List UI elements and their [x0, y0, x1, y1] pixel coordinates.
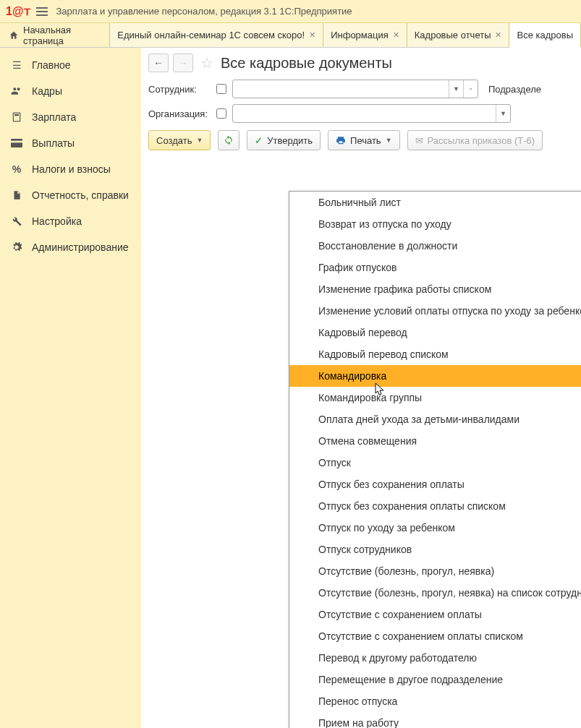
svg-rect-1 [14, 114, 19, 116]
dropdown-item[interactable]: Отсутствие (болезнь, прогул, неявка) [289, 560, 581, 582]
chevron-down-icon[interactable]: ▼ [496, 105, 510, 122]
chevron-down-icon: ▼ [196, 137, 203, 144]
sidebar-item-taxes[interactable]: %Налоги и взносы [0, 156, 141, 182]
tab-reports[interactable]: Кадровые отчеты✕ [407, 23, 510, 47]
close-icon[interactable]: ✕ [309, 30, 315, 40]
favorite-icon[interactable]: ☆ [200, 54, 213, 72]
dropdown-item[interactable]: Отпуск [289, 452, 581, 474]
tab-home-label: Начальная страница [23, 25, 101, 46]
create-button[interactable]: Создать▼ [148, 130, 211, 150]
svg-rect-2 [11, 139, 22, 147]
sidebar: ☰Главное Кадры Зарплата Выплаты %Налоги … [0, 48, 141, 728]
sidebar-item-personnel[interactable]: Кадры [0, 78, 141, 104]
employee-input[interactable] [233, 84, 449, 95]
dropdown-item[interactable]: График отпусков [289, 257, 581, 278]
percent-icon: % [10, 163, 23, 176]
open-dialog-icon[interactable]: ▫ [463, 80, 478, 98]
app-title: Зарплата и управление персоналом, редакц… [56, 6, 352, 17]
people-icon [10, 85, 23, 98]
tab-home[interactable]: Начальная страница [0, 23, 110, 47]
dept-label: Подразделе [488, 84, 541, 95]
close-icon[interactable]: ✕ [495, 30, 501, 40]
sidebar-item-reports[interactable]: Отчетность, справки [0, 182, 141, 208]
dropdown-item[interactable]: Перевод к другому работодателю [289, 647, 581, 669]
sidebar-item-admin[interactable]: Администрирование [0, 234, 141, 260]
dropdown-item[interactable]: Больничный лист [289, 192, 581, 213]
tab-all-docs[interactable]: Все кадровы [509, 23, 581, 48]
home-icon [9, 30, 19, 40]
printer-icon [336, 135, 346, 145]
dropdown-item[interactable]: Изменение графика работы списком [289, 278, 581, 300]
sidebar-item-salary[interactable]: Зарплата [0, 104, 141, 130]
dropdown-item[interactable]: Отпуск сотрудников [289, 539, 581, 560]
dropdown-item[interactable]: Перемещение в другое подразделение [289, 669, 581, 690]
dropdown-item[interactable]: Возврат из отпуска по уходу [289, 213, 581, 235]
dispatch-button[interactable]: ✉Рассылка приказов (Т-6) [407, 130, 543, 150]
employee-label: Сотрудник: [148, 84, 211, 95]
dropdown-item[interactable]: Кадровый перевод [289, 322, 581, 343]
dropdown-item[interactable]: Отсутствие с сохранением оплаты [289, 604, 581, 625]
document-icon [10, 189, 23, 202]
dropdown-item[interactable]: Отмена совмещения [289, 430, 581, 452]
nav-forward-button[interactable]: → [173, 53, 193, 72]
gear-icon [10, 241, 23, 254]
dropdown-item[interactable]: Прием на работу [289, 712, 581, 728]
main-content: ← → ☆ Все кадровые документы Сотрудник: … [141, 48, 581, 728]
dropdown-item[interactable]: Кадровый перевод списком [289, 343, 581, 365]
dropdown-item[interactable]: Командировка [289, 365, 581, 387]
logo-1c: 1@ᴛ [6, 4, 30, 18]
tab-seminar[interactable]: Единый онлайн-семинар 1С совсем скоро!✕ [110, 23, 323, 47]
dropdown-item[interactable]: Отсутствие (болезнь, прогул, неявка) на … [289, 582, 581, 604]
tab-info[interactable]: Информация✕ [323, 23, 407, 47]
dropdown-item[interactable]: Изменение условий оплаты отпуска по уход… [289, 300, 581, 322]
approve-button[interactable]: ✓Утвердить [247, 130, 321, 150]
dropdown-item[interactable]: Командировка группы [289, 387, 581, 408]
page-title: Все кадровые документы [221, 55, 392, 72]
titlebar: 1@ᴛ Зарплата и управление персоналом, ре… [0, 0, 581, 23]
check-icon: ✓ [255, 135, 263, 146]
list-icon: ☰ [10, 59, 23, 72]
sidebar-item-payments[interactable]: Выплаты [0, 130, 141, 156]
dropdown-item[interactable]: Отпуск без сохранения оплаты [289, 474, 581, 495]
calculator-icon [10, 111, 23, 124]
org-label: Организация: [148, 108, 211, 119]
toolbar: Создать▼ ✓Утвердить Печать▼ ✉Рассылка пр… [148, 130, 581, 150]
dropdown-item[interactable]: Отпуск по уходу за ребенком [289, 517, 581, 539]
svg-rect-3 [11, 141, 22, 143]
dropdown-item[interactable]: Оплата дней ухода за детьми-инвалидами [289, 408, 581, 430]
close-icon[interactable]: ✕ [393, 30, 399, 40]
employee-combo[interactable]: ▼ ▫ [232, 80, 478, 98]
sidebar-item-main[interactable]: ☰Главное [0, 52, 141, 78]
print-button[interactable]: Печать▼ [328, 130, 400, 150]
dropdown-item[interactable]: Перенос отпуска [289, 690, 581, 712]
org-checkbox[interactable] [216, 108, 226, 119]
tabbar: Начальная страница Единый онлайн-семинар… [0, 23, 581, 48]
nav-back-button[interactable]: ← [148, 53, 169, 72]
org-combo[interactable]: ▼ [232, 104, 511, 123]
chevron-down-icon[interactable]: ▼ [449, 80, 463, 98]
dropdown-item[interactable]: Отсутствие с сохранением оплаты списком [289, 625, 581, 647]
create-dropdown: Больничный листВозврат из отпуска по ухо… [289, 191, 581, 728]
chevron-down-icon: ▼ [386, 137, 392, 144]
card-icon [10, 137, 23, 150]
org-input[interactable] [233, 108, 496, 119]
wrench-icon [10, 215, 23, 228]
refresh-button[interactable] [218, 130, 239, 150]
dropdown-item[interactable]: Восстановление в должности [289, 235, 581, 257]
dropdown-item[interactable]: Отпуск без сохранения оплаты списком [289, 495, 581, 517]
sidebar-item-settings[interactable]: Настройка [0, 208, 141, 234]
envelope-icon: ✉ [415, 135, 423, 146]
menu-icon[interactable] [36, 7, 48, 16]
employee-checkbox[interactable] [216, 84, 226, 94]
